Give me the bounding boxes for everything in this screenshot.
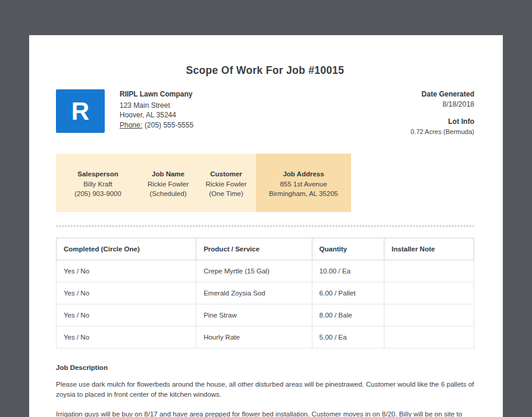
customer-name: Rickie Fowler [196,179,256,189]
company-phone: Phone:(205) 555-5555 [120,120,193,130]
info-col-customer: Customer Rickie Fowler (One Time) [196,154,256,212]
company-address-line2: Hoover, AL 35244 [120,110,193,120]
job-info-bar: Salesperson Billy Kraft (205) 903-9000 J… [56,154,351,212]
info-col-job-address: Job Address 855 1st Avenue Birmingham, A… [256,154,351,212]
lot-info-label: Lot Info [411,117,474,127]
customer-label: Customer [196,169,256,179]
lot-info-value: 0.72 Acres (Bermuda) [411,127,474,137]
col-header-installer-note: Installer Note [384,238,474,260]
cell-quantity: 10.00 / Ea [312,260,384,282]
table-row: Yes / No Pine Straw 8.00 / Bale [57,304,474,326]
salesperson-phone: (205) 903-9000 [56,189,140,198]
cell-installer-note [384,326,474,348]
cell-installer-note [384,260,474,282]
col-header-quantity: Quantity [312,238,384,260]
document-header: R RIIPL Lawn Company 123 Main Street Hoo… [56,89,474,136]
customer-type: (One Time) [196,189,256,198]
cell-product: Hourly Rate [196,326,312,348]
document-page: Scope Of Work For Job #10015 R RIIPL Law… [29,35,503,417]
cell-quantity: 5.00 / Ea [312,326,384,348]
phone-label: Phone: [120,121,142,129]
date-generated-value: 8/18/2018 [411,99,474,110]
col-header-product-service: Product / Service [196,238,312,260]
dashed-divider [56,226,474,226]
cell-installer-note [384,282,474,304]
job-name-label: Job Name [140,169,196,179]
salesperson-name: Billy Kraft [56,179,140,189]
document-meta: Date Generated 8/18/2018 Lot Info 0.72 A… [411,89,474,136]
info-col-job-name: Job Name Rickie Fowler (Scheduled) [140,154,196,212]
job-name-value: Rickie Fowler [140,179,196,189]
table-row: Yes / No Emerald Zoysia Sod 6.00 / Palle… [57,282,474,304]
company-logo-letter: R [71,97,89,126]
cell-completed: Yes / No [57,282,196,304]
table-header-row: Completed (Circle One) Product / Service… [57,238,474,260]
job-description-heading: Job Description [56,364,474,371]
cell-installer-note [384,304,474,326]
job-description-paragraph: Please use dark mulch for flowerbeds aro… [56,379,474,400]
document-viewer-background: { "page": { "title": "Scope Of Work For … [0,0,532,417]
job-name-status: (Scheduled) [140,189,196,198]
cell-product: Pine Straw [196,304,312,326]
cell-product: Emerald Zoysia Sod [196,282,312,304]
cell-completed: Yes / No [57,260,196,282]
table-row: Yes / No Hourly Rate 5.00 / Ea [57,326,474,348]
salesperson-label: Salesperson [56,169,140,179]
scope-of-work-table: Completed (Circle One) Product / Service… [56,238,474,348]
company-logo: R [56,89,105,133]
job-address-line1: 855 1st Avenue [256,179,351,189]
company-address-line1: 123 Main Street [120,101,193,111]
company-name: RIIPL Lawn Company [120,89,193,99]
info-col-salesperson: Salesperson Billy Kraft (205) 903-9000 [56,154,140,212]
cell-completed: Yes / No [57,304,196,326]
date-generated-label: Date Generated [411,89,474,99]
job-address-label: Job Address [256,169,351,179]
cell-product: Crepe Myrtle (15 Gal) [196,260,312,282]
company-info: RIIPL Lawn Company 123 Main Street Hoove… [120,89,193,130]
col-header-completed: Completed (Circle One) [57,238,196,260]
cell-completed: Yes / No [57,326,196,348]
job-description-paragraph: Irrigation guys will be buy on 8/17 and … [56,409,474,417]
table-row: Yes / No Crepe Myrtle (15 Gal) 10.00 / E… [57,260,474,282]
job-address-line2: Birmingham, AL 35205 [256,189,351,198]
page-title: Scope Of Work For Job #10015 [56,64,474,77]
cell-quantity: 6.00 / Pallet [312,282,384,304]
phone-value: (205) 555-5555 [145,121,193,129]
cell-quantity: 8.00 / Bale [312,304,384,326]
job-description-section: Job Description Please use dark mulch fo… [56,364,474,417]
meta-spacer [411,109,474,117]
